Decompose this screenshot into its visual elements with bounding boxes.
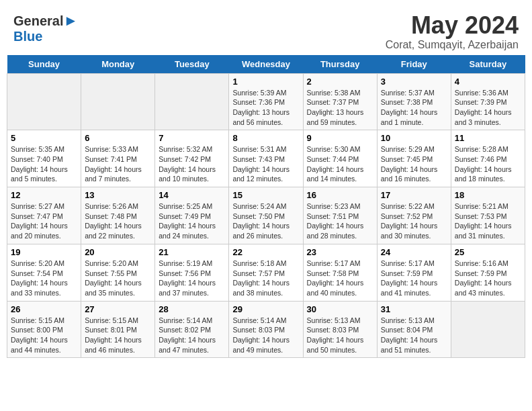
- day-number: 19: [11, 247, 77, 257]
- day-number: 21: [159, 247, 225, 257]
- day-info: Sunrise: 5:17 AM Sunset: 7:59 PM Dayligh…: [381, 259, 447, 298]
- calendar-cell: 18Sunrise: 5:21 AM Sunset: 7:53 PM Dayli…: [451, 187, 525, 244]
- day-number: 4: [455, 77, 521, 87]
- day-number: 30: [307, 304, 373, 314]
- logo: General ► Blue: [13, 12, 78, 43]
- calendar-cell: 20Sunrise: 5:20 AM Sunset: 7:55 PM Dayli…: [81, 244, 155, 301]
- calendar-cell: [451, 301, 525, 358]
- day-info: Sunrise: 5:13 AM Sunset: 8:04 PM Dayligh…: [381, 316, 447, 355]
- calendar-cell: 14Sunrise: 5:25 AM Sunset: 7:49 PM Dayli…: [155, 187, 229, 244]
- day-info: Sunrise: 5:14 AM Sunset: 8:03 PM Dayligh…: [232, 316, 299, 355]
- calendar-cell: 29Sunrise: 5:14 AM Sunset: 8:03 PM Dayli…: [229, 301, 303, 358]
- calendar-cell: 10Sunrise: 5:29 AM Sunset: 7:45 PM Dayli…: [377, 130, 451, 187]
- day-number: 28: [159, 304, 225, 314]
- day-number: 11: [455, 133, 521, 143]
- day-number: 12: [11, 190, 77, 200]
- day-number: 23: [307, 247, 373, 257]
- day-info: Sunrise: 5:38 AM Sunset: 7:37 PM Dayligh…: [307, 88, 373, 128]
- calendar-cell: 2Sunrise: 5:38 AM Sunset: 7:37 PM Daylig…: [303, 73, 377, 130]
- day-header-tuesday: Tuesday: [155, 55, 229, 74]
- calendar-week-2: 5Sunrise: 5:35 AM Sunset: 7:40 PM Daylig…: [7, 130, 525, 187]
- logo-arrow-icon: ►: [63, 12, 78, 30]
- day-number: 20: [85, 247, 151, 257]
- calendar-cell: 22Sunrise: 5:18 AM Sunset: 7:57 PM Dayli…: [229, 244, 303, 301]
- day-header-thursday: Thursday: [303, 55, 377, 74]
- day-info: Sunrise: 5:13 AM Sunset: 8:03 PM Dayligh…: [307, 316, 373, 355]
- calendar-cell: 31Sunrise: 5:13 AM Sunset: 8:04 PM Dayli…: [377, 301, 451, 358]
- calendar-cell: 19Sunrise: 5:20 AM Sunset: 7:54 PM Dayli…: [7, 244, 81, 301]
- day-info: Sunrise: 5:30 AM Sunset: 7:44 PM Dayligh…: [307, 144, 373, 184]
- calendar-cell: 4Sunrise: 5:36 AM Sunset: 7:39 PM Daylig…: [451, 73, 525, 130]
- calendar-cell: 7Sunrise: 5:32 AM Sunset: 7:42 PM Daylig…: [155, 130, 229, 187]
- day-number: 9: [307, 133, 373, 143]
- logo-general-text: General: [13, 14, 63, 28]
- calendar-cell: 27Sunrise: 5:15 AM Sunset: 8:01 PM Dayli…: [81, 301, 155, 358]
- day-info: Sunrise: 5:32 AM Sunset: 7:42 PM Dayligh…: [159, 144, 225, 184]
- calendar-title: May 2024: [386, 12, 519, 39]
- day-number: 26: [11, 304, 77, 314]
- day-info: Sunrise: 5:23 AM Sunset: 7:51 PM Dayligh…: [307, 201, 373, 241]
- day-info: Sunrise: 5:35 AM Sunset: 7:40 PM Dayligh…: [11, 144, 77, 184]
- day-number: 29: [232, 304, 299, 314]
- day-info: Sunrise: 5:15 AM Sunset: 8:01 PM Dayligh…: [85, 316, 151, 355]
- calendar-table: SundayMondayTuesdayWednesdayThursdayFrid…: [7, 55, 525, 359]
- day-info: Sunrise: 5:33 AM Sunset: 7:41 PM Dayligh…: [85, 144, 151, 184]
- calendar-cell: 13Sunrise: 5:26 AM Sunset: 7:48 PM Dayli…: [81, 187, 155, 244]
- day-info: Sunrise: 5:37 AM Sunset: 7:38 PM Dayligh…: [381, 88, 447, 128]
- calendar-cell: 25Sunrise: 5:16 AM Sunset: 7:59 PM Dayli…: [451, 244, 525, 301]
- day-number: 25: [455, 247, 521, 257]
- day-info: Sunrise: 5:24 AM Sunset: 7:50 PM Dayligh…: [232, 201, 299, 241]
- calendar-week-1: 1Sunrise: 5:39 AM Sunset: 7:36 PM Daylig…: [7, 73, 525, 130]
- day-number: 7: [159, 133, 225, 143]
- day-info: Sunrise: 5:26 AM Sunset: 7:48 PM Dayligh…: [85, 201, 151, 241]
- day-headers-row: SundayMondayTuesdayWednesdayThursdayFrid…: [7, 55, 525, 74]
- day-number: 27: [85, 304, 151, 314]
- day-info: Sunrise: 5:31 AM Sunset: 7:43 PM Dayligh…: [232, 144, 299, 184]
- calendar-week-5: 26Sunrise: 5:15 AM Sunset: 8:00 PM Dayli…: [7, 301, 525, 358]
- day-number: 18: [455, 190, 521, 200]
- day-info: Sunrise: 5:20 AM Sunset: 7:54 PM Dayligh…: [11, 259, 77, 298]
- calendar-cell: 12Sunrise: 5:27 AM Sunset: 7:47 PM Dayli…: [7, 187, 81, 244]
- calendar-cell: 8Sunrise: 5:31 AM Sunset: 7:43 PM Daylig…: [229, 130, 303, 187]
- day-info: Sunrise: 5:29 AM Sunset: 7:45 PM Dayligh…: [381, 144, 447, 184]
- day-info: Sunrise: 5:14 AM Sunset: 8:02 PM Dayligh…: [159, 316, 225, 355]
- calendar-week-4: 19Sunrise: 5:20 AM Sunset: 7:54 PM Dayli…: [7, 244, 525, 301]
- day-header-sunday: Sunday: [7, 55, 81, 74]
- day-number: 8: [232, 133, 299, 143]
- day-number: 2: [307, 77, 373, 87]
- day-info: Sunrise: 5:28 AM Sunset: 7:46 PM Dayligh…: [455, 144, 521, 184]
- header: General ► Blue May 2024 Corat, Sumqayit,…: [7, 7, 525, 55]
- day-number: 31: [381, 304, 447, 314]
- calendar-cell: [155, 73, 229, 130]
- day-header-wednesday: Wednesday: [229, 55, 303, 74]
- day-number: 15: [232, 190, 299, 200]
- day-number: 13: [85, 190, 151, 200]
- calendar-cell: 26Sunrise: 5:15 AM Sunset: 8:00 PM Dayli…: [7, 301, 81, 358]
- day-info: Sunrise: 5:18 AM Sunset: 7:57 PM Dayligh…: [232, 259, 299, 298]
- day-number: 1: [232, 77, 299, 87]
- calendar-cell: 21Sunrise: 5:19 AM Sunset: 7:56 PM Dayli…: [155, 244, 229, 301]
- day-number: 16: [307, 190, 373, 200]
- day-info: Sunrise: 5:15 AM Sunset: 8:00 PM Dayligh…: [11, 316, 77, 355]
- day-info: Sunrise: 5:39 AM Sunset: 7:36 PM Dayligh…: [232, 88, 299, 128]
- calendar-cell: 5Sunrise: 5:35 AM Sunset: 7:40 PM Daylig…: [7, 130, 81, 187]
- day-header-saturday: Saturday: [451, 55, 525, 74]
- day-info: Sunrise: 5:20 AM Sunset: 7:55 PM Dayligh…: [85, 259, 151, 298]
- day-info: Sunrise: 5:17 AM Sunset: 7:58 PM Dayligh…: [307, 259, 373, 298]
- calendar-cell: 9Sunrise: 5:30 AM Sunset: 7:44 PM Daylig…: [303, 130, 377, 187]
- calendar-cell: 3Sunrise: 5:37 AM Sunset: 7:38 PM Daylig…: [377, 73, 451, 130]
- day-info: Sunrise: 5:25 AM Sunset: 7:49 PM Dayligh…: [159, 201, 225, 241]
- day-info: Sunrise: 5:21 AM Sunset: 7:53 PM Dayligh…: [455, 201, 521, 241]
- day-info: Sunrise: 5:16 AM Sunset: 7:59 PM Dayligh…: [455, 259, 521, 298]
- day-number: 22: [232, 247, 299, 257]
- calendar-cell: 24Sunrise: 5:17 AM Sunset: 7:59 PM Dayli…: [377, 244, 451, 301]
- day-number: 17: [381, 190, 447, 200]
- calendar-cell: [81, 73, 155, 130]
- title-area: May 2024 Corat, Sumqayit, Azerbaijan: [386, 12, 519, 51]
- day-number: 6: [85, 133, 151, 143]
- calendar-cell: 28Sunrise: 5:14 AM Sunset: 8:02 PM Dayli…: [155, 301, 229, 358]
- day-number: 5: [11, 133, 77, 143]
- calendar-cell: 16Sunrise: 5:23 AM Sunset: 7:51 PM Dayli…: [303, 187, 377, 244]
- calendar-cell: 30Sunrise: 5:13 AM Sunset: 8:03 PM Dayli…: [303, 301, 377, 358]
- calendar-cell: 23Sunrise: 5:17 AM Sunset: 7:58 PM Dayli…: [303, 244, 377, 301]
